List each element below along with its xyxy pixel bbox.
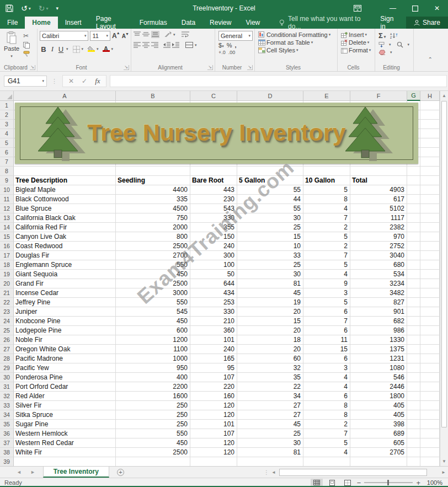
cell-F8[interactable] [350, 167, 407, 176]
cell-F22[interactable]: 827 [350, 298, 407, 307]
cell-A30[interactable]: Ponderosa Pine [14, 373, 116, 382]
cell-F12[interactable]: 5102 [350, 204, 407, 213]
column-header-A[interactable]: A [14, 91, 116, 101]
cell-G38[interactable] [407, 448, 420, 457]
cell-H1[interactable] [420, 101, 440, 110]
tab-insert[interactable]: Insert [58, 17, 89, 29]
row-header-31[interactable]: 31 [0, 382, 14, 392]
cell-B35[interactable]: 250 [116, 420, 190, 429]
cell-F35[interactable]: 398 [350, 420, 407, 429]
insert-cells-button[interactable]: Insert▾ [340, 31, 373, 39]
cell-E23[interactable]: 6 [303, 307, 350, 317]
cell-F21[interactable]: 3482 [350, 288, 407, 298]
cell-F13[interactable]: 1117 [350, 213, 407, 223]
cell-H9[interactable] [420, 176, 440, 185]
cell-E10[interactable]: 5 [303, 185, 350, 195]
row-header-19[interactable]: 19 [0, 270, 14, 279]
cell-G27[interactable] [407, 345, 420, 354]
autosum-icon[interactable]: Σ ▾ [378, 31, 386, 40]
cell-D39[interactable] [237, 457, 303, 466]
vertical-scrollbar[interactable]: ▲ ▼ [440, 91, 448, 466]
cell-H4[interactable] [420, 129, 440, 138]
cell-G14[interactable] [407, 223, 420, 232]
row-header-28[interactable]: 28 [0, 354, 14, 363]
borders-caret[interactable]: ▾ [82, 47, 84, 51]
cell-A26[interactable]: Noble Fir [14, 335, 116, 345]
cell-D16[interactable]: 10 [237, 242, 303, 251]
cell-D17[interactable]: 33 [237, 251, 303, 260]
cell-C31[interactable]: 220 [190, 382, 237, 392]
cell-C36[interactable]: 107 [190, 429, 237, 438]
format-cells-button[interactable]: Format▾ [340, 46, 373, 54]
cell-G31[interactable] [407, 382, 420, 392]
cell-H29[interactable] [420, 363, 440, 373]
wrap-text-icon[interactable] [182, 31, 189, 38]
cell-G30[interactable] [407, 373, 420, 382]
cell-F28[interactable]: 1231 [350, 354, 407, 363]
cell-E36[interactable]: 7 [303, 429, 350, 438]
maximize-button[interactable] [404, 0, 426, 17]
tab-view[interactable]: View [238, 17, 267, 29]
cell-E32[interactable]: 6 [303, 392, 350, 401]
underline-caret[interactable]: ▾ [66, 47, 68, 51]
font-color-icon[interactable]: A [103, 46, 110, 52]
cell-E38[interactable]: 4 [303, 448, 350, 457]
cell-E18[interactable]: 5 [303, 260, 350, 270]
shrink-font-icon[interactable]: A▼ [122, 33, 129, 39]
cell-G35[interactable] [407, 420, 420, 429]
grow-font-icon[interactable]: A▲ [112, 32, 120, 40]
cell-F39[interactable] [350, 457, 407, 466]
merge-center-icon[interactable] [185, 42, 193, 48]
cell-H11[interactable] [420, 195, 440, 204]
cell-H31[interactable] [420, 382, 440, 392]
cell-H15[interactable] [420, 232, 440, 242]
row-header-12[interactable]: 12 [0, 204, 14, 213]
row-header-25[interactable]: 25 [0, 326, 14, 335]
tab-formulas[interactable]: Formulas [132, 17, 174, 29]
column-header-G[interactable]: G [407, 91, 420, 101]
cell-H32[interactable] [420, 392, 440, 401]
row-header-20[interactable]: 20 [0, 279, 14, 288]
cell-F14[interactable]: 2382 [350, 223, 407, 232]
cell-A22[interactable]: Jeffrey Pine [14, 298, 116, 307]
cell-G20[interactable] [407, 279, 420, 288]
cell-H14[interactable] [420, 223, 440, 232]
column-header-C[interactable]: C [190, 91, 237, 101]
number-dialog-launcher[interactable]: ↘ [247, 65, 253, 70]
fill-color-icon[interactable] [88, 46, 95, 52]
cell-F11[interactable]: 617 [350, 195, 407, 204]
cell-D27[interactable]: 20 [237, 345, 303, 354]
cell-A27[interactable]: Oregon White Oak [14, 345, 116, 354]
next-sheet-icon[interactable]: ► [30, 469, 35, 475]
tell-me-search[interactable]: Tell me what you want to do... [279, 17, 372, 29]
cell-B25[interactable]: 600 [116, 326, 190, 335]
borders-icon[interactable] [73, 46, 80, 53]
horizontal-scrollbar[interactable]: ◄ ► [269, 467, 448, 478]
cell-A33[interactable]: Silver Fir [14, 401, 116, 410]
cell-H21[interactable] [420, 288, 440, 298]
cell-H16[interactable] [420, 242, 440, 251]
row-header-30[interactable]: 30 [0, 373, 14, 382]
cell-H39[interactable] [420, 457, 440, 466]
paste-button[interactable]: Paste ▾ [2, 31, 21, 59]
italic-button[interactable]: I [49, 45, 56, 53]
clipboard-dialog-launcher[interactable]: ↘ [30, 65, 35, 70]
cell-F32[interactable]: 1800 [350, 392, 407, 401]
cell-H38[interactable] [420, 448, 440, 457]
cell-A11[interactable]: Black Cottonwood [14, 195, 116, 204]
align-bottom-icon[interactable] [151, 31, 159, 38]
column-header-H[interactable]: H [420, 91, 440, 101]
cell-C33[interactable]: 120 [190, 401, 237, 410]
cell-F30[interactable]: 546 [350, 373, 407, 382]
cell-H37[interactable] [420, 438, 440, 448]
horizontal-scroll-thumb[interactable] [279, 469, 427, 476]
cell-E35[interactable]: 2 [303, 420, 350, 429]
cell-A38[interactable]: White Fir [14, 448, 116, 457]
cell-A14[interactable]: California Red Fir [14, 223, 116, 232]
cell-A8[interactable] [14, 167, 116, 176]
align-top-icon[interactable] [134, 31, 141, 38]
cell-H30[interactable] [420, 373, 440, 382]
cell-G26[interactable] [407, 335, 420, 345]
font-color-caret[interactable]: ▾ [111, 47, 114, 51]
cell-H27[interactable] [420, 345, 440, 354]
